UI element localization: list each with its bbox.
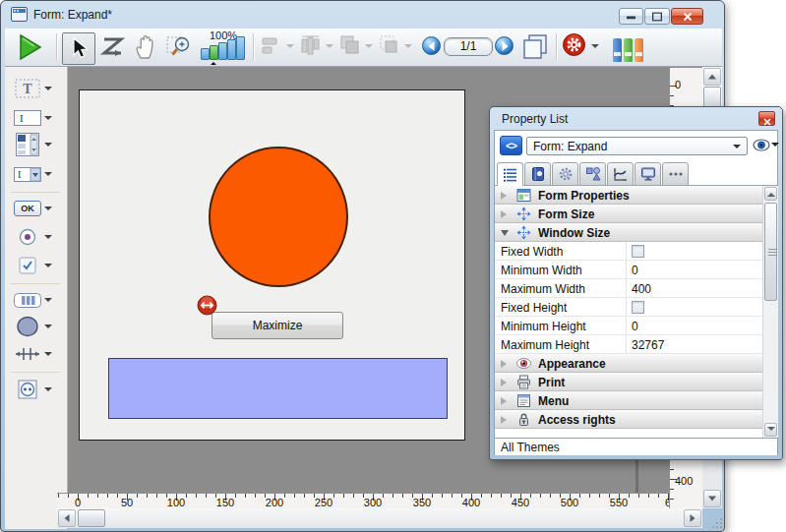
zoom-bar-200[interactable] [218, 42, 227, 60]
section-window-size[interactable]: Window Size [495, 223, 762, 242]
zoom-bar-50[interactable] [201, 48, 210, 60]
align-dropdown[interactable] [286, 44, 294, 52]
entry-order-tool-button[interactable] [99, 32, 129, 63]
fixed-height-checkbox[interactable] [632, 301, 644, 314]
scroll-down-button[interactable] [764, 423, 777, 437]
view-options-eye-icon[interactable] [753, 139, 770, 151]
ruler-tick [491, 494, 492, 498]
input-tool-dropdown[interactable] [44, 116, 52, 124]
section-menu[interactable]: Menu [495, 391, 762, 410]
property-list-scrollbar[interactable] [762, 186, 778, 438]
oval-object[interactable] [209, 147, 348, 287]
tab-more[interactable] [662, 162, 689, 186]
form-pages-button[interactable] [520, 32, 550, 63]
tab-settings[interactable] [552, 162, 578, 186]
plugin-tool[interactable] [5, 377, 68, 404]
scroll-right-button[interactable] [684, 509, 701, 527]
previous-page-button[interactable] [422, 36, 441, 55]
checkbox-tool-dropdown[interactable] [44, 264, 52, 271]
view-options-dropdown[interactable] [771, 143, 779, 150]
fixed-width-checkbox[interactable] [632, 245, 644, 258]
button-tool[interactable]: OK [5, 196, 68, 223]
page-indicator-field[interactable]: 1/1 [444, 37, 493, 56]
scroll-up-button[interactable] [764, 187, 777, 201]
section-print[interactable]: Print [495, 373, 762, 391]
section-access-rights[interactable]: Access rights [495, 410, 762, 429]
buttongrid-tool-dropdown[interactable] [44, 298, 52, 306]
text-tool[interactable]: T [5, 76, 68, 103]
property-label: Maximum Width [501, 282, 585, 296]
property-scroll-thumb[interactable] [764, 203, 777, 301]
scroll-down-button[interactable] [703, 490, 721, 507]
listbox-tool[interactable] [5, 132, 68, 159]
window-resize-grip[interactable] [704, 510, 722, 528]
radio-tool-dropdown[interactable] [44, 235, 52, 243]
zoom-tool-button[interactable] [164, 32, 196, 63]
pages-icon [520, 32, 550, 62]
maximize-button-object[interactable]: Maximize [212, 312, 343, 339]
level-dropdown[interactable] [365, 44, 373, 52]
tab-all-properties[interactable] [497, 162, 523, 187]
property-list-body: <> Form: Expand [494, 130, 778, 455]
next-page-button[interactable] [495, 36, 514, 55]
close-button[interactable] [671, 8, 703, 25]
buttongrid-tool[interactable] [5, 287, 68, 315]
title-bar[interactable]: Form: Expand* [1, 1, 726, 29]
hruler-label: 450 [512, 497, 529, 508]
selection-tool-button[interactable] [62, 32, 95, 65]
preferences-dropdown[interactable] [591, 44, 599, 52]
checkbox-tool[interactable] [5, 253, 68, 280]
move-tool-button[interactable] [133, 32, 162, 63]
minimum-height-value[interactable]: 0 [632, 320, 638, 333]
combobox-tool[interactable]: I [5, 161, 68, 189]
horizontal-scrollbar[interactable] [57, 508, 702, 528]
execute-form-button[interactable] [17, 32, 46, 63]
resize-event-badge-icon[interactable] [197, 295, 217, 316]
combobox-tool-dropdown[interactable] [44, 172, 52, 180]
layer-order-icon [337, 32, 361, 58]
zoom-bar-100-selected[interactable] [210, 45, 218, 60]
preferences-button[interactable] [562, 32, 586, 63]
radio-tool[interactable] [5, 224, 68, 252]
horizontal-scroll-thumb[interactable] [78, 509, 105, 527]
tab-theme[interactable] [524, 162, 551, 186]
level-tool-button[interactable] [337, 32, 363, 63]
tab-events[interactable] [607, 162, 634, 186]
scroll-up-button[interactable] [703, 68, 721, 86]
tab-display[interactable] [635, 162, 661, 186]
splitter-tool-dropdown[interactable] [44, 352, 52, 360]
oval-tool[interactable] [5, 314, 68, 341]
minimize-button[interactable] [619, 8, 643, 25]
listbox-tool-dropdown[interactable] [44, 143, 52, 150]
input-tool[interactable]: I [5, 105, 68, 133]
object-type-button[interactable]: <> [500, 136, 522, 155]
distribute-tool-button[interactable] [298, 32, 324, 63]
oval-tool-dropdown[interactable] [44, 325, 52, 332]
splitter-tool[interactable] [5, 341, 68, 369]
object-selector-dropdown[interactable]: Form: Expand [526, 137, 748, 155]
zoom-bar-800[interactable] [236, 36, 245, 60]
maximum-height-value[interactable]: 32767 [632, 338, 664, 352]
button-tool-dropdown[interactable] [44, 207, 52, 214]
property-list-window[interactable]: Property List <> Form: Expand [489, 106, 783, 460]
text-tool-dropdown[interactable] [44, 87, 52, 94]
distribute-dropdown[interactable] [326, 44, 333, 52]
maximize-button[interactable] [644, 8, 670, 25]
minimum-width-value[interactable]: 0 [632, 264, 638, 277]
maximum-width-value[interactable]: 400 [632, 282, 651, 296]
explorer-button[interactable] [613, 32, 646, 63]
plugin-tool-dropdown[interactable] [44, 387, 52, 395]
section-form-size[interactable]: Form Size [495, 205, 762, 223]
section-appearance[interactable]: Appearance [495, 354, 762, 373]
section-form-properties[interactable]: Form Properties [495, 186, 762, 205]
tab-objects[interactable] [579, 162, 606, 186]
group-tool-button[interactable] [377, 32, 402, 63]
align-tool-button[interactable] [259, 32, 284, 63]
property-list-close-button[interactable] [758, 111, 775, 126]
form-page[interactable]: Maximize [79, 89, 465, 441]
group-dropdown[interactable] [404, 44, 412, 52]
rectangle-object[interactable] [108, 358, 448, 419]
scroll-left-button[interactable] [58, 509, 76, 527]
align-icon [259, 32, 282, 58]
zoom-bar-400[interactable] [227, 39, 236, 60]
